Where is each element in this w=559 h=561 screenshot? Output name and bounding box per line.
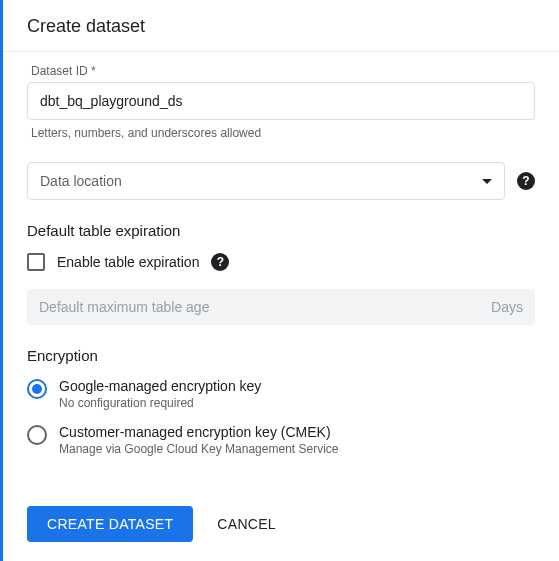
enable-expiration-checkbox[interactable] — [27, 253, 45, 271]
radio-helper: No configuration required — [59, 396, 535, 410]
encryption-option-google[interactable]: Google-managed encryption key No configu… — [27, 378, 535, 410]
create-dataset-panel: Create dataset Dataset ID * Letters, num… — [3, 0, 559, 561]
encryption-option-cmek[interactable]: Customer-managed encryption key (CMEK) M… — [27, 424, 535, 456]
enable-expiration-row[interactable]: Enable table expiration ? — [27, 253, 535, 271]
help-icon[interactable]: ? — [211, 253, 229, 271]
radio-button[interactable] — [27, 379, 47, 399]
expiration-section: Default table expiration Enable table ex… — [27, 222, 535, 325]
encryption-title: Encryption — [27, 347, 535, 364]
enable-expiration-label: Enable table expiration — [57, 254, 199, 270]
panel-title: Create dataset — [27, 16, 535, 37]
help-icon[interactable]: ? — [517, 172, 535, 190]
data-location-placeholder: Data location — [40, 173, 122, 189]
data-location-select[interactable]: Data location — [27, 162, 505, 200]
dataset-id-label: Dataset ID * — [27, 64, 535, 78]
max-table-age-placeholder: Default maximum table age — [39, 299, 209, 315]
max-table-age-input: Default maximum table age Days — [27, 289, 535, 325]
encryption-section: Encryption Google-managed encryption key… — [27, 347, 535, 456]
chevron-down-icon — [482, 179, 492, 184]
data-location-group: Data location ? — [27, 162, 535, 200]
expiration-title: Default table expiration — [27, 222, 535, 239]
dataset-id-input[interactable] — [27, 82, 535, 120]
panel-header: Create dataset — [3, 0, 559, 52]
action-buttons: CREATE DATASET CANCEL — [27, 506, 535, 542]
dataset-id-helper: Letters, numbers, and underscores allowe… — [27, 126, 535, 140]
radio-label: Customer-managed encryption key (CMEK) — [59, 424, 535, 440]
radio-label: Google-managed encryption key — [59, 378, 535, 394]
radio-helper: Manage via Google Cloud Key Management S… — [59, 442, 535, 456]
max-table-age-unit: Days — [491, 299, 523, 315]
create-dataset-button[interactable]: CREATE DATASET — [27, 506, 193, 542]
dataset-id-group: Dataset ID * Letters, numbers, and under… — [27, 64, 535, 140]
panel-content: Dataset ID * Letters, numbers, and under… — [3, 52, 559, 561]
cancel-button[interactable]: CANCEL — [217, 516, 276, 532]
radio-button[interactable] — [27, 425, 47, 445]
